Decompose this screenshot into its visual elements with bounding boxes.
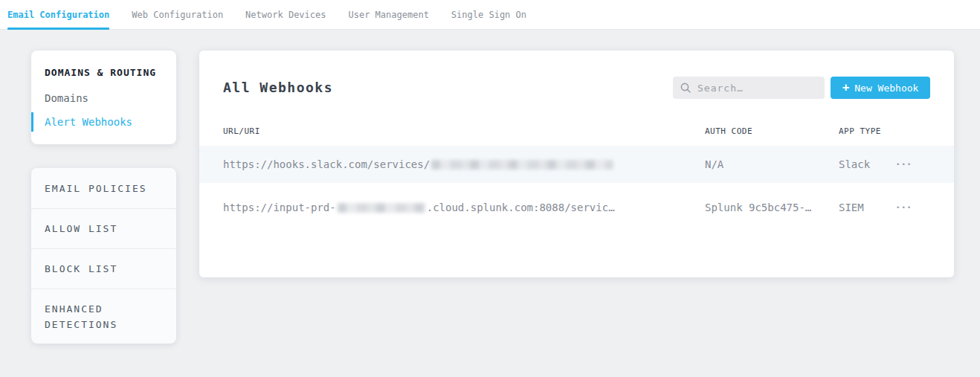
search-input[interactable] xyxy=(697,83,817,94)
app-type-cell: SIEM xyxy=(839,202,864,213)
sidebar-section-enhanced-detections[interactable]: ENHANCED DETECTIONS xyxy=(31,289,176,344)
sidebar-item-alert-webhooks[interactable]: Alert Webhooks xyxy=(31,112,176,132)
tab-user-management[interactable]: User Management xyxy=(348,0,428,29)
redacted-url-segment xyxy=(431,160,613,170)
new-webhook-button-label: New Webhook xyxy=(854,83,918,94)
search-box[interactable] xyxy=(673,77,825,99)
tab-email-configuration[interactable]: Email Configuration xyxy=(7,0,109,29)
column-header-app-type: APP TYPE xyxy=(839,126,881,136)
sidebar-section-email-policies[interactable]: EMAIL POLICIES xyxy=(31,168,176,208)
tab-single-sign-on[interactable]: Single Sign On xyxy=(451,0,526,29)
domains-routing-title: DOMAINS & ROUTING xyxy=(45,67,156,78)
webhook-url-text: https://input-prd- xyxy=(223,202,336,213)
column-header-auth-code: AUTH CODE xyxy=(705,126,752,136)
new-webhook-button[interactable]: + New Webhook xyxy=(831,77,930,99)
sidebar-section-allow-list[interactable]: ALLOW LIST xyxy=(31,208,176,248)
all-webhooks-panel: All Webhooks + New Webhook URL/URI AUTH … xyxy=(199,51,954,277)
webhook-url-cell: https://input-prd- .cloud.splunk.com:808… xyxy=(223,202,615,213)
table-row: https://hooks.slack.com/services/ N/A Sl… xyxy=(199,146,954,183)
webhook-url-text: .cloud.splunk.com:8088/servic… xyxy=(427,202,615,213)
plus-icon: + xyxy=(842,82,850,94)
sidebar-sections-card: EMAIL POLICIES ALLOW LIST BLOCK LIST ENH… xyxy=(31,168,176,344)
page-title: All Webhooks xyxy=(223,80,333,95)
webhook-url-cell: https://hooks.slack.com/services/ xyxy=(223,158,615,170)
sidebar-section-block-list[interactable]: BLOCK LIST xyxy=(31,248,176,289)
ellipsis-icon[interactable]: ••• xyxy=(894,158,914,171)
top-navigation: Email Configuration Web Configuration Ne… xyxy=(0,0,980,30)
search-icon xyxy=(680,83,691,93)
domains-routing-card: DOMAINS & ROUTING Domains Alert Webhooks xyxy=(31,51,176,144)
redacted-url-segment xyxy=(338,203,425,213)
auth-code-cell: N/A xyxy=(705,158,723,170)
auth-code-cell: Splunk 9c5bc475-… xyxy=(705,202,811,213)
tab-network-devices[interactable]: Network Devices xyxy=(245,0,326,29)
webhook-url-text: https://hooks.slack.com/services/ xyxy=(223,158,430,170)
ellipsis-icon[interactable]: ••• xyxy=(894,201,914,214)
table-row: https://input-prd- .cloud.splunk.com:808… xyxy=(199,189,954,226)
sidebar-item-domains[interactable]: Domains xyxy=(31,88,176,108)
active-indicator-bar xyxy=(31,112,33,132)
sidebar-item-label: Domains xyxy=(45,92,88,104)
app-type-cell: Slack xyxy=(839,158,870,170)
sidebar-item-label: Alert Webhooks xyxy=(45,116,132,128)
tab-web-configuration[interactable]: Web Configuration xyxy=(132,0,223,29)
column-header-url-uri: URL/URI xyxy=(223,126,260,136)
